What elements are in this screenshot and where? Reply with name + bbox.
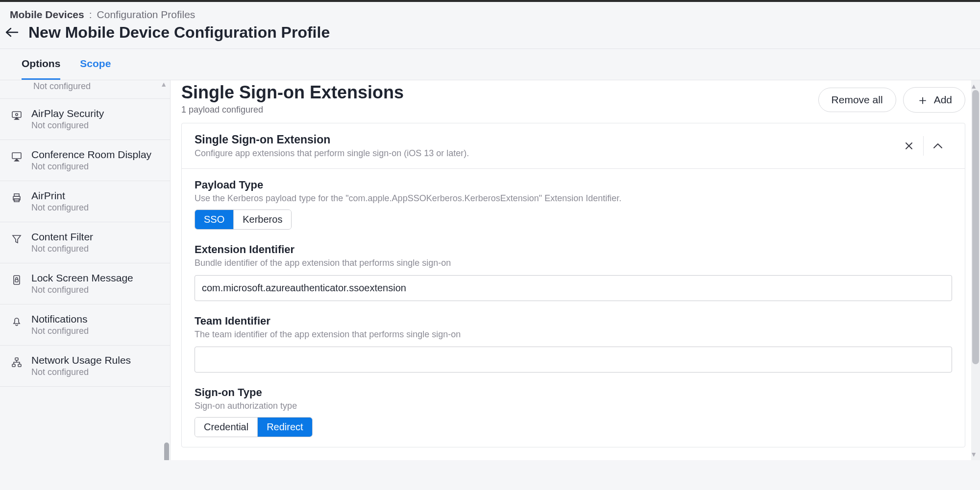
- scroll-up-icon[interactable]: ▲: [160, 80, 167, 88]
- sidebar-item-label: Conference Room Display: [31, 149, 151, 161]
- signon-type-label: Sign-on Type: [195, 386, 952, 399]
- sidebar-item-sub: Not configured: [33, 81, 91, 91]
- sidebar-item-notifications[interactable]: Notifications Not configured: [0, 304, 170, 346]
- remove-all-label: Remove all: [832, 94, 883, 106]
- main-scrollbar-thumb[interactable]: [972, 90, 979, 364]
- main-scrollbar-track[interactable]: ▲ ▼: [971, 80, 980, 460]
- sso-extension-card: Single Sign-on Extension Configure app e…: [181, 123, 965, 447]
- scroll-up-icon[interactable]: ▲: [970, 82, 977, 90]
- sidebar-item-label: Notifications: [31, 313, 89, 325]
- extension-identifier-input[interactable]: [195, 275, 952, 301]
- sidebar-item-label: AirPrint: [31, 190, 89, 202]
- sidebar-item-sub: Not configured: [31, 326, 89, 336]
- filter-icon: [10, 232, 24, 246]
- printer-icon: [10, 191, 24, 205]
- svg-rect-2: [12, 153, 21, 159]
- payload-type-toggle: SSO Kerberos: [195, 210, 292, 230]
- add-label: Add: [934, 94, 952, 106]
- network-icon: [10, 355, 24, 369]
- card-title: Single Sign-on Extension: [195, 133, 469, 146]
- sidebar-item-sub: Not configured: [31, 367, 131, 377]
- airplay-security-icon: [10, 109, 24, 122]
- plus-icon: ＋: [916, 93, 929, 106]
- sidebar-item-airprint[interactable]: AirPrint Not configured: [0, 181, 170, 222]
- display-icon: [10, 150, 24, 163]
- payload-type-help: Use the Kerberos payload type for the "c…: [195, 193, 952, 204]
- payload-count: 1 payload configured: [181, 105, 404, 115]
- sidebar-item-label: Network Usage Rules: [31, 354, 131, 366]
- svg-rect-10: [18, 364, 21, 367]
- sidebar-item-sub: Not configured: [31, 203, 89, 213]
- field-signon-type: Sign-on Type Sign-on authorization type …: [195, 386, 952, 437]
- breadcrumb-sep: :: [89, 9, 92, 21]
- toggle-redirect[interactable]: Redirect: [257, 418, 312, 437]
- field-payload-type: Payload Type Use the Kerberos payload ty…: [195, 179, 952, 230]
- svg-rect-0: [12, 112, 21, 117]
- team-identifier-input[interactable]: [195, 347, 952, 373]
- ext-id-help: Bundle identifier of the app extension t…: [195, 258, 952, 268]
- breadcrumb: Mobile Devices : Configuration Profiles: [10, 7, 970, 23]
- signon-type-help: Sign-on authorization type: [195, 401, 952, 411]
- add-button[interactable]: ＋ Add: [903, 87, 965, 113]
- sidebar-item-lock-screen[interactable]: Lock Screen Message Not configured: [0, 263, 170, 304]
- sidebar-item-sub: Not configured: [31, 285, 133, 295]
- tab-options[interactable]: Options: [22, 58, 60, 80]
- main-panel: Single Sign-on Extensions 1 payload conf…: [171, 80, 980, 460]
- svg-rect-4: [14, 194, 19, 196]
- remove-all-button[interactable]: Remove all: [818, 88, 896, 112]
- svg-point-1: [16, 114, 18, 116]
- toggle-kerberos[interactable]: Kerberos: [233, 210, 291, 229]
- back-arrow-icon[interactable]: [5, 25, 19, 41]
- toggle-credential[interactable]: Credential: [195, 418, 257, 437]
- sidebar-item-label: Lock Screen Message: [31, 272, 133, 284]
- sidebar-scrollbar[interactable]: [164, 443, 169, 460]
- card-subtitle: Configure app extensions that perform si…: [195, 148, 469, 159]
- breadcrumb-page[interactable]: Configuration Profiles: [97, 9, 196, 21]
- toggle-sso[interactable]: SSO: [195, 210, 233, 229]
- sidebar-item-network-usage[interactable]: Network Usage Rules Not configured: [0, 346, 170, 387]
- tab-scope[interactable]: Scope: [80, 58, 111, 80]
- sidebar-item-label: AirPlay Security: [31, 108, 104, 119]
- team-id-help: The team identifier of the app extension…: [195, 329, 952, 340]
- sidebar-item-label: Content Filter: [31, 231, 93, 243]
- field-extension-identifier: Extension Identifier Bundle identifier o…: [195, 243, 952, 301]
- breadcrumb-section[interactable]: Mobile Devices: [10, 9, 84, 21]
- main-heading: Single Sign-on Extensions: [181, 82, 404, 103]
- page-title: New Mobile Device Configuration Profile: [28, 23, 330, 42]
- sidebar-item-truncated[interactable]: Not configured: [0, 80, 170, 99]
- sidebar-item-sub: Not configured: [31, 120, 104, 131]
- sidebar-item-sub: Not configured: [31, 162, 151, 172]
- chevron-up-icon[interactable]: [924, 135, 952, 157]
- tabs: Options Scope: [0, 48, 980, 80]
- ext-id-label: Extension Identifier: [195, 243, 952, 256]
- sidebar-item-sub: Not configured: [31, 244, 93, 254]
- sidebar[interactable]: ▲ Not configured AirPlay Security Not co…: [0, 80, 171, 460]
- bell-icon: [10, 314, 24, 328]
- svg-rect-8: [15, 358, 18, 360]
- signon-type-toggle: Credential Redirect: [195, 417, 313, 437]
- close-icon[interactable]: [895, 135, 923, 157]
- sidebar-item-airplay-security[interactable]: AirPlay Security Not configured: [0, 99, 170, 140]
- scroll-down-icon[interactable]: ▼: [970, 450, 977, 458]
- field-team-identifier: Team Identifier The team identifier of t…: [195, 315, 952, 373]
- payload-type-label: Payload Type: [195, 179, 952, 191]
- svg-rect-6: [14, 276, 20, 284]
- lock-phone-icon: [10, 273, 24, 287]
- sidebar-item-content-filter[interactable]: Content Filter Not configured: [0, 222, 170, 263]
- team-id-label: Team Identifier: [195, 315, 952, 327]
- svg-rect-9: [12, 364, 15, 367]
- svg-rect-7: [15, 280, 18, 282]
- sidebar-item-conference-room[interactable]: Conference Room Display Not configured: [0, 140, 170, 181]
